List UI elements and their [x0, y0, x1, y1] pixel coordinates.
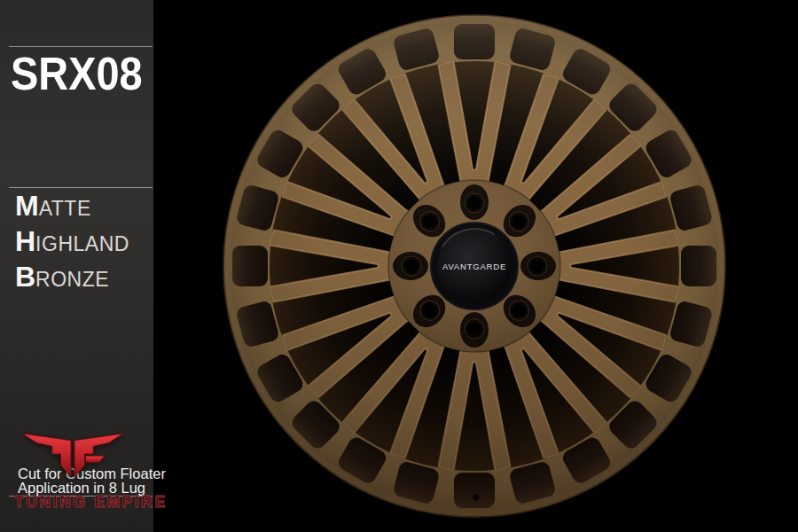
finish-rest: IGHLAND — [35, 232, 129, 255]
finish-line: BRONZE — [15, 259, 129, 294]
finish-rest: RONZE — [35, 268, 109, 291]
finish-initial: B — [15, 261, 35, 293]
finish-initial: M — [15, 190, 39, 222]
finish-initial: H — [15, 225, 35, 257]
finish-line: HIGHLAND — [15, 223, 129, 259]
finish-name: MATTE HIGHLAND BRONZE — [15, 188, 129, 294]
finish-line: MATTE — [15, 188, 129, 223]
tuning-empire-logo-icon — [18, 431, 128, 482]
logo-left-wing — [22, 434, 71, 477]
logo-right-wing — [74, 434, 123, 477]
info-panel: SRX08 MATTE HIGHLAND BRONZE Cut for Cust… — [0, 0, 153, 532]
divider — [9, 46, 153, 47]
logo-middle-bar — [86, 456, 105, 463]
model-name: SRX08 — [11, 48, 143, 100]
finish-rest: ATTE — [39, 197, 91, 220]
brand-name: TUNING EMPIRE — [14, 493, 168, 512]
product-image: AVANTGARDE SRX08 MATTE HIGHLAND BRONZE C… — [0, 0, 798, 532]
wheel-photo: AVANTGARDE — [208, 0, 740, 532]
vignette-overlay — [223, 15, 725, 517]
